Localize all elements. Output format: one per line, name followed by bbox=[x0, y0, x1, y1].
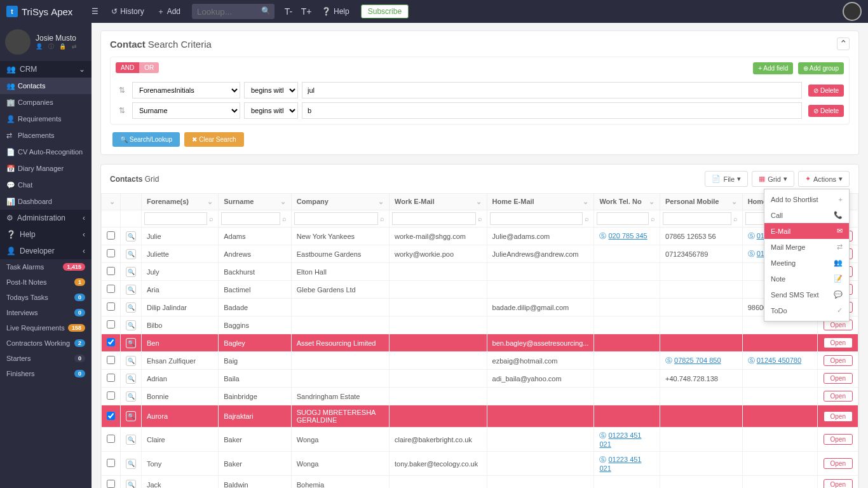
menu-item-add-to-shortlist[interactable]: Add to Shortlist+ bbox=[764, 192, 849, 207]
column-filter-input[interactable] bbox=[597, 212, 649, 225]
row-checkbox[interactable] bbox=[107, 356, 115, 364]
magnify-icon[interactable]: 🔍 bbox=[126, 320, 136, 330]
open-button[interactable]: Open bbox=[824, 355, 853, 366]
actions-button[interactable]: ✦ Actions ▾ bbox=[798, 171, 850, 187]
history-button[interactable]: ↺ History bbox=[105, 0, 150, 23]
hamburger-icon[interactable]: ☰ bbox=[85, 0, 105, 23]
sidebar-item-cv-auto-recognition[interactable]: 📄CV Auto-Recognition bbox=[0, 144, 92, 160]
skype-icon[interactable]: Ⓢ bbox=[599, 232, 606, 240]
font-decrease-icon[interactable]: T- bbox=[280, 6, 297, 17]
menu-item-note[interactable]: Note📝 bbox=[764, 271, 849, 287]
magnify-icon[interactable]: 🔍 bbox=[126, 231, 136, 241]
open-button[interactable]: Open bbox=[824, 479, 853, 488]
skype-icon[interactable]: Ⓢ bbox=[748, 250, 755, 257]
funnel-icon[interactable]: ⌕ bbox=[280, 215, 288, 222]
add-button[interactable]: ＋ Add bbox=[151, 0, 187, 23]
operator-select[interactable]: begins with bbox=[244, 102, 298, 119]
clear-search-button[interactable]: ✖ Clear Search bbox=[184, 132, 243, 147]
sidebar-item-contacts[interactable]: 👥Contacts bbox=[0, 78, 92, 94]
row-checkbox[interactable] bbox=[107, 412, 115, 420]
sidebar-alarm[interactable]: Starters0 bbox=[0, 351, 92, 366]
row-checkbox[interactable] bbox=[107, 480, 115, 488]
sidebar-section-dev[interactable]: 👤 Developer‹ bbox=[0, 243, 92, 259]
collapse-button[interactable]: ⌃ bbox=[837, 37, 850, 50]
table-row[interactable]: 🔍JulietteAndrewsEastbourne Gardensworky@… bbox=[102, 245, 858, 263]
grid-button[interactable]: ▦ Grid ▾ bbox=[752, 171, 794, 187]
row-checkbox[interactable] bbox=[107, 302, 115, 311]
funnel-icon[interactable]: ⌕ bbox=[378, 215, 386, 222]
menu-item-send-sms-text[interactable]: Send SMS Text💬 bbox=[764, 287, 849, 302]
table-row[interactable]: 🔍Ehsan ZulfiquerBaigezbaig@hotmail.comⓈ … bbox=[102, 352, 858, 370]
row-checkbox[interactable] bbox=[107, 338, 115, 346]
menu-item-meeting[interactable]: Meeting👥 bbox=[764, 255, 849, 271]
sidebar-item-diary-manager[interactable]: 📅Diary Manager bbox=[0, 160, 92, 177]
sidebar-alarm[interactable]: Post-It Notes1 bbox=[0, 274, 92, 290]
table-row[interactable]: 🔍JulyBackhurstElton HallOpen bbox=[102, 263, 858, 281]
skype-icon[interactable]: Ⓢ bbox=[599, 456, 606, 463]
column-filter-input[interactable] bbox=[490, 212, 583, 225]
column-header[interactable]: Work Tel. No⌄ bbox=[594, 194, 660, 210]
search-icon[interactable]: 🔍 bbox=[261, 6, 271, 15]
chevron-down-icon[interactable]: ⌄ bbox=[109, 198, 115, 206]
drag-handle-icon[interactable]: ⇅ bbox=[116, 86, 128, 95]
column-header[interactable]: Surname⌄ bbox=[219, 194, 292, 210]
column-filter-input[interactable] bbox=[221, 212, 280, 225]
table-row[interactable]: 🔍JulieAdamsNew York Yankeesworke-mail@sh… bbox=[102, 227, 858, 245]
column-header[interactable]: Work E-Mail⌄ bbox=[389, 194, 487, 210]
funnel-icon[interactable]: ⌕ bbox=[731, 215, 740, 222]
sidebar-section-crm[interactable]: 👥 CRM⌄ bbox=[0, 61, 92, 78]
open-button[interactable]: Open bbox=[824, 458, 853, 469]
row-checkbox[interactable] bbox=[107, 267, 115, 275]
menu-item-e-mail[interactable]: E-Mail✉ bbox=[764, 223, 849, 239]
open-button[interactable]: Open bbox=[824, 373, 853, 384]
sidebar-item-dashboard[interactable]: 📊Dashboard bbox=[0, 193, 92, 210]
add-field-button[interactable]: + Add field bbox=[753, 62, 793, 74]
font-increase-icon[interactable]: T+ bbox=[297, 6, 315, 17]
open-button[interactable]: Open bbox=[824, 411, 853, 422]
add-group-button[interactable]: ⊕ Add group bbox=[798, 62, 844, 74]
funnel-icon[interactable]: ⌕ bbox=[583, 215, 591, 222]
row-checkbox[interactable] bbox=[107, 374, 115, 382]
value-input[interactable] bbox=[302, 102, 802, 119]
column-header[interactable]: Home E-Mail⌄ bbox=[487, 194, 594, 210]
row-checkbox[interactable] bbox=[107, 391, 115, 400]
delete-criteria-button[interactable]: ⊘ Delete bbox=[808, 105, 844, 117]
table-row[interactable]: 🔍BilboBagginsOpen bbox=[102, 316, 858, 334]
sidebar-alarm[interactable]: Task Alarms1,415 bbox=[0, 259, 92, 274]
magnify-icon[interactable]: 🔍 bbox=[126, 302, 136, 313]
magnify-icon[interactable]: 🔍 bbox=[126, 356, 136, 366]
magnify-icon[interactable]: 🔍 bbox=[126, 411, 136, 421]
sidebar-item-placements[interactable]: ⇄Placements bbox=[0, 127, 92, 144]
skype-icon[interactable]: Ⓢ bbox=[665, 356, 672, 364]
column-filter-input[interactable] bbox=[294, 212, 378, 225]
magnify-icon[interactable]: 🔍 bbox=[126, 480, 136, 489]
magnify-icon[interactable]: 🔍 bbox=[126, 285, 136, 295]
row-checkbox[interactable] bbox=[107, 435, 115, 443]
delete-criteria-button[interactable]: ⊘ Delete bbox=[808, 85, 844, 97]
row-checkbox[interactable] bbox=[107, 231, 115, 240]
funnel-icon[interactable]: ⌕ bbox=[649, 215, 657, 222]
column-header[interactable]: Company⌄ bbox=[291, 194, 389, 210]
sidebar-alarm[interactable]: Finishers0 bbox=[0, 366, 92, 381]
table-row[interactable]: 🔍TonyBakerWongatony.baker@tecology.co.uk… bbox=[102, 452, 858, 476]
table-row[interactable]: 🔍ClaireBakerWongaclaire@bakerbright.co.u… bbox=[102, 428, 858, 452]
funnel-icon[interactable]: ⌕ bbox=[207, 215, 215, 222]
menu-item-todo[interactable]: ToDo✓ bbox=[764, 302, 849, 318]
row-checkbox[interactable] bbox=[107, 285, 115, 293]
menu-item-call[interactable]: Call📞 bbox=[764, 207, 849, 223]
row-checkbox[interactable] bbox=[107, 459, 115, 467]
sidebar-item-chat[interactable]: 💬Chat bbox=[0, 177, 92, 193]
magnify-icon[interactable]: 🔍 bbox=[126, 374, 136, 384]
table-row[interactable]: 🔍AuroraBajraktariSUOGJ MBRETERESHA GERAL… bbox=[102, 405, 858, 428]
skype-icon[interactable]: Ⓢ bbox=[599, 431, 606, 439]
magnify-icon[interactable]: 🔍 bbox=[126, 391, 136, 402]
field-select[interactable]: ForenamesInitials bbox=[132, 82, 240, 98]
sidebar-alarm[interactable]: Live Requirements158 bbox=[0, 320, 92, 336]
table-row[interactable]: 🔍BenBagleyAsset Resourcing Limitedben.ba… bbox=[102, 334, 858, 352]
column-filter-input[interactable] bbox=[392, 212, 476, 225]
search-lookup-button[interactable]: 🔍 Search/Lookup bbox=[112, 132, 180, 147]
sidebar-alarm[interactable]: Interviews0 bbox=[0, 305, 92, 320]
sidebar-section-admin[interactable]: ⚙ Administration‹ bbox=[0, 210, 92, 226]
skype-icon[interactable]: Ⓢ bbox=[748, 356, 755, 364]
column-header[interactable]: Personal Mobile⌄ bbox=[660, 194, 743, 210]
